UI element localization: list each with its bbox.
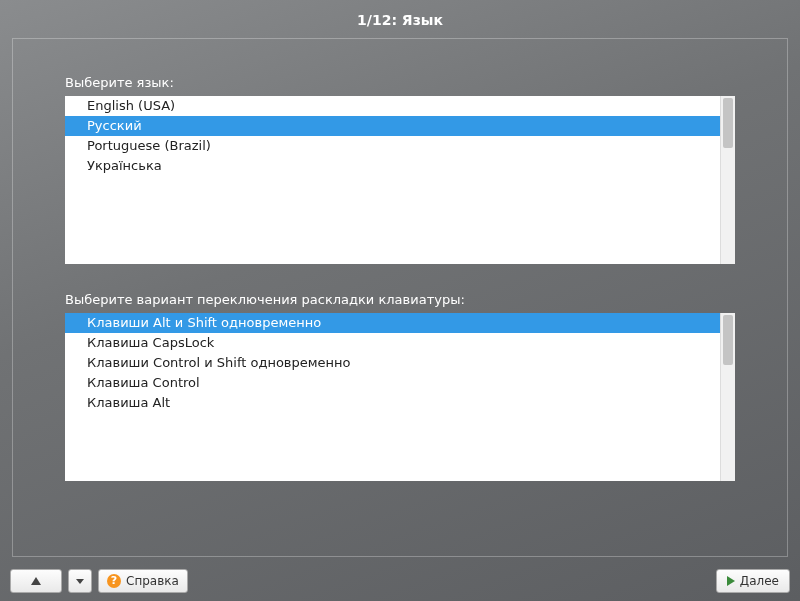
back-dropdown-button[interactable] [68, 569, 92, 593]
button-bar: ? Справка Далее [0, 567, 800, 601]
keyboard-label: Выберите вариант переключения раскладки … [65, 292, 735, 307]
help-button-label: Справка [126, 574, 179, 588]
keyboard-listbox[interactable]: Клавиши Alt и Shift одновременноКлавиша … [65, 313, 735, 481]
language-label: Выберите язык: [65, 75, 735, 90]
keyboard-item[interactable]: Клавиши Control и Shift одновременно [65, 353, 735, 373]
language-item[interactable]: Portuguese (Brazil) [65, 136, 735, 156]
language-listbox[interactable]: English (USA)РусскийPortuguese (Brazil)У… [65, 96, 735, 264]
keyboard-item[interactable]: Клавиша Control [65, 373, 735, 393]
language-item[interactable]: English (USA) [65, 96, 735, 116]
page-title: 1/12: Язык [0, 0, 800, 38]
scrollbar[interactable] [720, 313, 735, 481]
language-item[interactable]: Українська [65, 156, 735, 176]
back-button[interactable] [10, 569, 62, 593]
scrollbar[interactable] [720, 96, 735, 264]
keyboard-item[interactable]: Клавиши Alt и Shift одновременно [65, 313, 735, 333]
next-button[interactable]: Далее [716, 569, 790, 593]
keyboard-item[interactable]: Клавиша Alt [65, 393, 735, 413]
chevron-down-icon [76, 579, 84, 584]
scrollbar-thumb[interactable] [723, 315, 733, 365]
language-item[interactable]: Русский [65, 116, 735, 136]
keyboard-item[interactable]: Клавиша CapsLock [65, 333, 735, 353]
next-button-label: Далее [740, 574, 779, 588]
help-button[interactable]: ? Справка [98, 569, 188, 593]
help-icon: ? [107, 574, 121, 588]
scrollbar-thumb[interactable] [723, 98, 733, 148]
installer-window: 1/12: Язык Выберите язык: English (USA)Р… [0, 0, 800, 601]
content-frame: Выберите язык: English (USA)РусскийPortu… [12, 38, 788, 557]
arrow-up-icon [31, 577, 41, 585]
arrow-right-icon [727, 576, 735, 586]
